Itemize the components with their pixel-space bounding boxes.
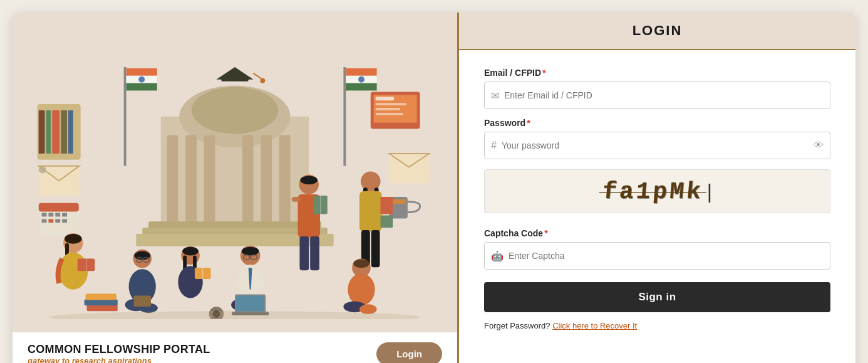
- svg-rect-51: [62, 219, 67, 223]
- svg-rect-97: [299, 236, 309, 270]
- hash-icon: #: [491, 140, 497, 151]
- svg-point-109: [348, 273, 375, 305]
- captcha-label: Captcha Code*: [484, 228, 830, 238]
- svg-rect-46: [55, 213, 60, 217]
- svg-rect-38: [68, 110, 73, 154]
- left-footer: COMMON FELLOWSHIP PORTAL gateway to rese…: [13, 332, 457, 363]
- svg-rect-30: [376, 103, 406, 105]
- svg-rect-88: [236, 296, 264, 312]
- login-title: LOGIN: [633, 23, 683, 38]
- svg-rect-112: [87, 305, 118, 311]
- password-input[interactable]: [502, 140, 814, 150]
- svg-rect-43: [39, 203, 79, 212]
- svg-point-79: [242, 247, 259, 256]
- svg-rect-29: [376, 97, 395, 100]
- svg-rect-36: [52, 110, 59, 154]
- svg-rect-18: [343, 67, 346, 166]
- svg-rect-19: [346, 68, 376, 76]
- login-pill-button[interactable]: Login: [376, 342, 442, 363]
- illustration-svg: [25, 25, 445, 319]
- svg-rect-50: [55, 219, 60, 223]
- captcha-image: fa1pMk |: [484, 169, 830, 213]
- password-input-wrapper: # 👁: [484, 132, 830, 159]
- svg-rect-45: [48, 213, 53, 217]
- portal-title-main: COMMON FELLOWSHIP PORTAL: [28, 343, 210, 356]
- svg-rect-49: [48, 219, 53, 223]
- svg-rect-34: [39, 110, 45, 154]
- svg-rect-105: [381, 197, 393, 214]
- svg-rect-70: [133, 296, 151, 307]
- toggle-password-icon[interactable]: 👁: [814, 140, 824, 151]
- captcha-cursor: |: [707, 180, 712, 203]
- email-input[interactable]: [504, 90, 824, 100]
- svg-point-26: [260, 78, 265, 83]
- login-header: LOGIN: [459, 13, 855, 50]
- captcha-required: *: [544, 228, 547, 238]
- svg-rect-55: [391, 199, 406, 204]
- svg-rect-93: [292, 197, 301, 202]
- captcha-display-text: fa1pMk: [601, 178, 705, 205]
- svg-point-111: [359, 304, 377, 314]
- svg-rect-114: [86, 294, 116, 300]
- svg-rect-106: [381, 215, 393, 228]
- password-required: *: [527, 118, 530, 128]
- svg-rect-102: [359, 191, 381, 231]
- email-label: Email / CFPID*: [484, 68, 830, 78]
- illustration-area: [13, 13, 457, 332]
- right-panel: LOGIN Email / CFPID* ✉ Password* # 👁: [457, 13, 855, 363]
- svg-rect-37: [61, 110, 67, 154]
- svg-point-108: [353, 259, 369, 268]
- forgot-password-row: Forget Password? Click here to Recover I…: [484, 321, 830, 330]
- svg-rect-31: [376, 108, 400, 110]
- portal-title: COMMON FELLOWSHIP PORTAL gateway to rese…: [28, 343, 210, 364]
- svg-rect-44: [42, 213, 47, 217]
- svg-rect-104: [371, 230, 380, 267]
- svg-rect-98: [310, 236, 319, 270]
- email-required: *: [542, 68, 545, 78]
- portal-title-sub: gateway to research aspirations: [28, 356, 210, 364]
- password-label: Password*: [484, 118, 830, 128]
- robot-icon: 🤖: [491, 250, 504, 262]
- forgot-text: Forget Password?: [484, 321, 550, 330]
- svg-rect-32: [376, 113, 403, 115]
- svg-point-72: [182, 247, 199, 256]
- svg-rect-113: [85, 299, 118, 305]
- svg-point-22: [358, 76, 364, 83]
- left-panel: COMMON FELLOWSHIP PORTAL gateway to rese…: [13, 13, 457, 363]
- svg-rect-35: [46, 110, 51, 154]
- svg-point-57: [65, 234, 82, 244]
- login-form: Email / CFPID* ✉ Password* # 👁 fa1pMk |: [459, 50, 855, 363]
- email-input-wrapper: ✉: [484, 82, 830, 109]
- svg-rect-48: [42, 219, 47, 223]
- captcha-input[interactable]: [509, 251, 824, 261]
- recover-password-link[interactable]: Click here to Recover It: [552, 321, 637, 330]
- svg-point-91: [300, 176, 318, 184]
- sign-in-button[interactable]: Sign in: [484, 282, 830, 312]
- email-icon: ✉: [491, 90, 499, 102]
- svg-rect-13: [124, 67, 127, 166]
- svg-rect-14: [127, 68, 157, 76]
- svg-rect-47: [62, 213, 67, 217]
- captcha-section: fa1pMk | Captcha Code* 🤖: [484, 169, 830, 270]
- captcha-input-wrapper: 🤖: [484, 242, 830, 270]
- svg-point-17: [138, 76, 145, 83]
- svg-point-3: [192, 87, 278, 134]
- svg-rect-21: [346, 83, 376, 91]
- svg-rect-16: [127, 83, 157, 91]
